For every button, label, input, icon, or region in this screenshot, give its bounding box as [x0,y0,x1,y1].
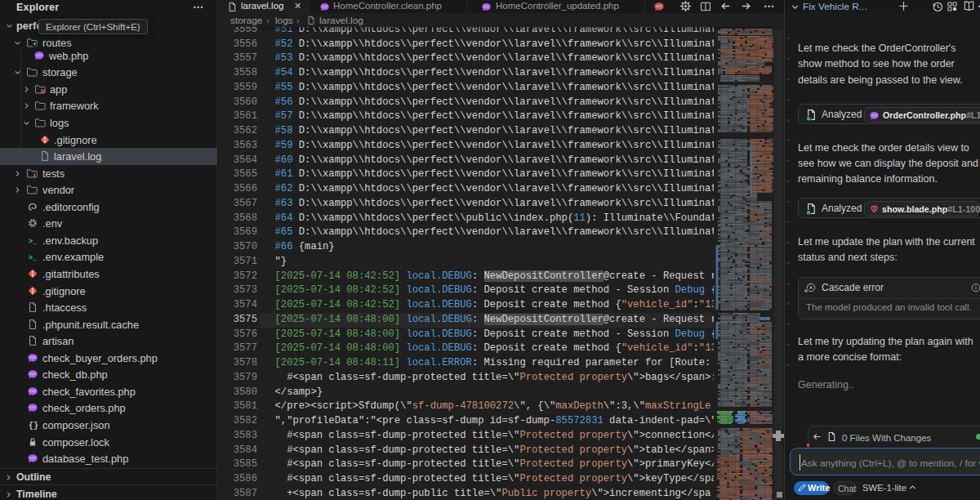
svg-text:{}: {} [29,422,38,431]
svg-text:>_: >_ [29,237,38,245]
svg-text:>_: >_ [29,254,38,262]
